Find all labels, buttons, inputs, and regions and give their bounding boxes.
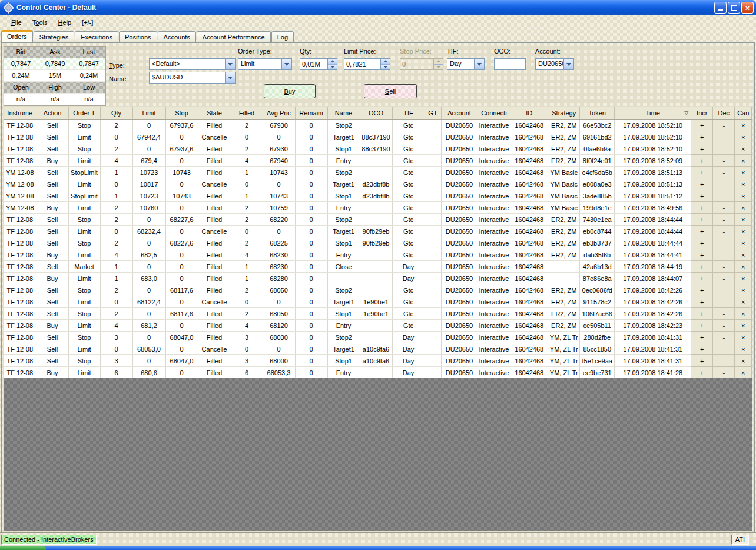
increase-button[interactable]: +	[691, 296, 713, 308]
increase-button[interactable]: +	[691, 343, 713, 355]
column-header-time[interactable]: Time▽	[615, 107, 691, 120]
table-row[interactable]: TF 12-08SellLimit068232,40Cancelle000Tar…	[4, 226, 752, 237]
increase-button[interactable]: +	[691, 226, 713, 237]
qty-input[interactable]	[300, 59, 327, 69]
decrease-button[interactable]: -	[713, 332, 735, 343]
increase-button[interactable]: +	[691, 273, 713, 284]
table-row[interactable]: YM 12-08BuyLimit2107600Filled2107590Entr…	[4, 202, 752, 214]
decrease-button[interactable]: -	[713, 296, 735, 308]
increase-button[interactable]: +	[691, 143, 713, 155]
increase-button[interactable]: +	[691, 355, 713, 367]
minimize-button[interactable]	[714, 2, 727, 14]
taskbar-sliver[interactable]	[0, 546, 756, 550]
tab-executions[interactable]: Executions	[75, 31, 118, 43]
cancel-button[interactable]: ×	[735, 178, 752, 190]
cancel-button[interactable]: ×	[735, 120, 752, 131]
table-row[interactable]: TF 12-08BuyLimit1683,00Filled1682800DayD…	[4, 273, 752, 284]
cancel-button[interactable]: ×	[735, 296, 752, 308]
restore-button[interactable]	[728, 2, 740, 14]
cancel-button[interactable]: ×	[735, 367, 752, 379]
chevron-down-icon[interactable]	[474, 59, 484, 69]
tab-accounts[interactable]: Accounts	[158, 31, 196, 43]
qty-stepper[interactable]	[300, 58, 337, 70]
column-header-incr[interactable]: Incr	[691, 107, 713, 120]
decrease-button[interactable]: -	[713, 261, 735, 273]
increase-button[interactable]: +	[691, 167, 713, 178]
tab-account-performance[interactable]: Account Performance	[197, 31, 271, 43]
decrease-button[interactable]: -	[713, 131, 735, 143]
column-header-remaini[interactable]: Remaini	[295, 107, 327, 120]
column-header-order-t[interactable]: Order T	[68, 107, 100, 120]
column-header-stop[interactable]: Stop	[165, 107, 198, 120]
spin-up-icon[interactable]	[381, 59, 390, 65]
type-combobox[interactable]: <Default>	[149, 58, 236, 70]
column-header-gt[interactable]: GT	[425, 107, 441, 120]
table-row[interactable]: TF 12-08SellMarket100Filled1682300CloseD…	[4, 261, 752, 273]
limit-price-input[interactable]	[344, 59, 380, 69]
close-button[interactable]: ×	[741, 2, 754, 14]
increase-button[interactable]: +	[691, 202, 713, 214]
table-row[interactable]: TF 12-08SellStop2067937,6Filled2679300St…	[4, 143, 752, 155]
chevron-down-icon[interactable]	[225, 72, 235, 83]
table-row[interactable]: YM 12-08SellLimit0108170Cancelle000Targe…	[4, 178, 752, 190]
decrease-button[interactable]: -	[713, 226, 735, 237]
cancel-button[interactable]: ×	[735, 284, 752, 296]
limit-price-stepper[interactable]	[344, 58, 390, 70]
increase-button[interactable]: +	[691, 308, 713, 320]
decrease-button[interactable]: -	[713, 273, 735, 284]
chevron-down-icon[interactable]	[225, 59, 235, 69]
column-header-limit[interactable]: Limit	[132, 107, 165, 120]
column-header-instrume[interactable]: Instrume	[4, 107, 37, 120]
decrease-button[interactable]: -	[713, 355, 735, 367]
table-row[interactable]: TF 12-08BuyLimit6680,60Filled668053,30En…	[4, 367, 752, 379]
decrease-button[interactable]: -	[713, 120, 735, 131]
cancel-button[interactable]: ×	[735, 131, 752, 143]
column-header-avg-pric[interactable]: Avg Pric	[263, 107, 295, 120]
account-combobox[interactable]: DU20650	[535, 58, 574, 70]
column-header-account[interactable]: Account	[441, 107, 478, 120]
decrease-button[interactable]: -	[713, 249, 735, 261]
column-header-dec[interactable]: Dec	[713, 107, 735, 120]
menu-item-tools[interactable]: Tools	[27, 17, 53, 28]
cancel-button[interactable]: ×	[735, 202, 752, 214]
increase-button[interactable]: +	[691, 320, 713, 332]
order-type-combobox[interactable]: Limit	[238, 58, 292, 70]
increase-button[interactable]: +	[691, 178, 713, 190]
column-header-state[interactable]: State	[198, 107, 231, 120]
decrease-button[interactable]: -	[713, 167, 735, 178]
increase-button[interactable]: +	[691, 367, 713, 379]
chevron-down-icon[interactable]	[281, 59, 291, 69]
spin-down-icon[interactable]	[328, 65, 337, 70]
decrease-button[interactable]: -	[713, 202, 735, 214]
name-combobox[interactable]: $AUDUSD	[149, 72, 236, 84]
table-row[interactable]: TF 12-08BuyLimit4681,20Filled4681200Entr…	[4, 320, 752, 332]
cancel-button[interactable]: ×	[735, 355, 752, 367]
increase-button[interactable]: +	[691, 155, 713, 167]
table-row[interactable]: TF 12-08SellLimit068053,00Cancelle000Tar…	[4, 343, 752, 355]
decrease-button[interactable]: -	[713, 155, 735, 167]
decrease-button[interactable]: -	[713, 237, 735, 249]
column-header-tif[interactable]: TIF	[392, 107, 425, 120]
cancel-button[interactable]: ×	[735, 214, 752, 226]
increase-button[interactable]: +	[691, 249, 713, 261]
decrease-button[interactable]: -	[713, 308, 735, 320]
increase-button[interactable]: +	[691, 332, 713, 343]
tab-strategies[interactable]: Strategies	[34, 31, 75, 43]
oco-input[interactable]	[494, 58, 526, 70]
table-row[interactable]: TF 12-08BuyLimit4679,40Filled4679400Entr…	[4, 155, 752, 167]
column-header-can[interactable]: Can	[735, 107, 752, 120]
table-row[interactable]: TF 12-08SellStop2068227,6Filled2682250St…	[4, 237, 752, 249]
decrease-button[interactable]: -	[713, 178, 735, 190]
table-row[interactable]: TF 12-08BuyLimit4682,50Filled4682300Entr…	[4, 249, 752, 261]
tab-log[interactable]: Log	[271, 31, 294, 43]
buy-button[interactable]: Buy	[264, 84, 316, 98]
decrease-button[interactable]: -	[713, 143, 735, 155]
cancel-button[interactable]: ×	[735, 320, 752, 332]
column-header-name[interactable]: Name	[327, 107, 360, 120]
cancel-button[interactable]: ×	[735, 167, 752, 178]
tab-orders[interactable]: Orders	[1, 30, 33, 44]
increase-button[interactable]: +	[691, 237, 713, 249]
decrease-button[interactable]: -	[713, 284, 735, 296]
menu-item-file[interactable]: File	[6, 17, 27, 28]
table-row[interactable]: TF 12-08SellStop3068047,0Filled3680300St…	[4, 332, 752, 343]
